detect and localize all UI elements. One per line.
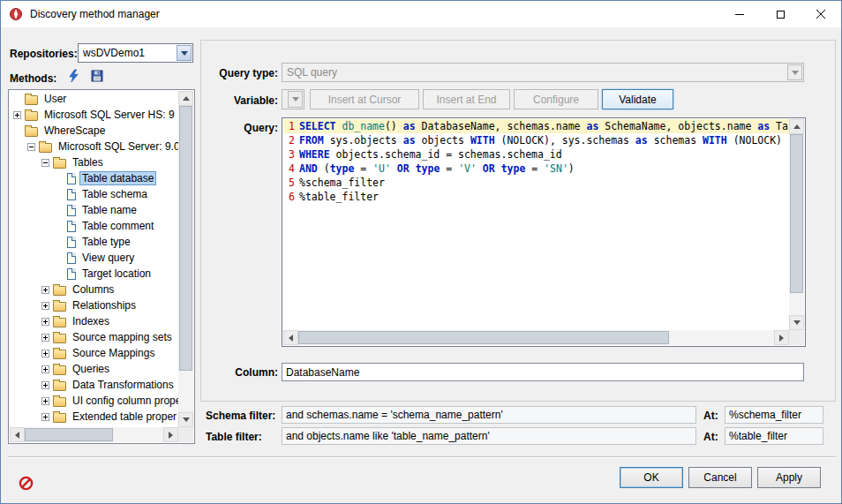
expand-icon[interactable]: [41, 397, 49, 405]
expand-icon[interactable]: [41, 286, 49, 294]
editor-hscroll-thumb[interactable]: [298, 331, 669, 344]
ok-button[interactable]: OK: [620, 467, 683, 488]
code-line-1[interactable]: 1SELECT db_name() as DatabaseName, schem…: [283, 119, 789, 133]
tree-item-columns[interactable]: Columns: [10, 282, 178, 297]
app-icon: [9, 7, 23, 21]
variable-combobox[interactable]: [282, 89, 304, 109]
schema-filter-field[interactable]: and schemas.name = 'schema_name_pattern': [282, 406, 696, 424]
configure-button[interactable]: Configure: [514, 89, 598, 109]
tree-item-table-database[interactable]: Table database: [10, 170, 178, 186]
tree-item-view-query[interactable]: View query: [10, 250, 178, 266]
tree-item-source-mappings[interactable]: Source Mappings: [10, 345, 178, 361]
expand-icon[interactable]: [41, 381, 49, 389]
tree-item-user[interactable]: User: [10, 91, 178, 107]
document-icon: [67, 173, 76, 184]
editor-vertical-scrollbar[interactable]: [789, 119, 804, 330]
repository-dropdown-arrow[interactable]: [177, 45, 192, 61]
tree-item-wherescape[interactable]: WhereScape: [10, 123, 178, 139]
code-line-3[interactable]: 3WHERE objects.schema_id = schemas.schem…: [283, 147, 789, 162]
expand-icon[interactable]: [41, 350, 49, 357]
tree-vscroll-thumb[interactable]: [179, 106, 192, 371]
folder-icon: [53, 365, 66, 375]
tree-item-ui-config-column-prope[interactable]: UI config column prope: [10, 393, 178, 409]
tree-item-tables[interactable]: Tables: [10, 154, 178, 170]
table-filter-field[interactable]: and objects.name like 'table_name_patter…: [282, 427, 696, 445]
tree-item-label: Microsoft SQL Server: 9.0 -: [56, 139, 178, 154]
tree-item-source-mapping-sets[interactable]: Source mapping sets: [10, 329, 178, 345]
collapse-icon[interactable]: [27, 143, 35, 151]
code-line-6[interactable]: 6%table_filter: [283, 190, 789, 204]
query-type-value: SQL query: [287, 64, 786, 81]
scroll-up-button[interactable]: [178, 91, 193, 106]
scroll-down-button[interactable]: [178, 412, 193, 427]
scroll-left-button[interactable]: [10, 427, 25, 442]
tree-item-relationships[interactable]: Relationships: [10, 297, 178, 313]
code-line-4[interactable]: 4AND (type = 'U' OR type = 'V' OR type =…: [283, 162, 789, 176]
expand-icon[interactable]: [41, 318, 49, 326]
expand-icon[interactable]: [13, 111, 21, 119]
query-code-lines[interactable]: 1SELECT db_name() as DatabaseName, schem…: [283, 119, 789, 330]
refresh-methods-button[interactable]: [64, 67, 82, 85]
window-title: Discovery method manager: [30, 8, 160, 20]
tree-item-table-type[interactable]: Table type: [10, 234, 178, 250]
tree-item-microsoft-sql-server-9-0[interactable]: Microsoft SQL Server: 9.0 -: [10, 139, 178, 154]
variable-dropdown-arrow[interactable]: [288, 91, 303, 108]
code-line-2[interactable]: 2FROM sys.objects as objects WITH (NOLOC…: [283, 133, 789, 147]
arrow-up-icon: [793, 124, 801, 129]
validate-button[interactable]: Validate: [602, 89, 673, 109]
tree-item-label: Data Transformations: [70, 378, 177, 392]
tree-item-label: WhereScape: [41, 124, 108, 138]
cancel-button[interactable]: Cancel: [688, 467, 752, 488]
query-type-combobox[interactable]: SQL query: [282, 63, 804, 82]
close-button[interactable]: [801, 1, 841, 27]
tree-item-table-name[interactable]: Table name: [10, 202, 178, 218]
caption-buttons: [719, 1, 841, 27]
expand-icon[interactable]: [41, 365, 49, 373]
tree-horizontal-scrollbar[interactable]: [10, 427, 178, 442]
tree-hscroll-thumb[interactable]: [25, 428, 113, 441]
tree-item-queries[interactable]: Queries: [10, 361, 178, 377]
scroll-down-button[interactable]: [789, 315, 804, 330]
line-number: 4: [283, 162, 295, 176]
insert-at-cursor-button[interactable]: Insert at Cursor: [310, 89, 419, 109]
apply-button[interactable]: Apply: [757, 467, 821, 488]
tree-item-extended-table-proper[interactable]: Extended table proper: [10, 409, 178, 425]
scroll-up-button[interactable]: [789, 119, 804, 134]
tree-item-microsoft-sql-server-hs-9[interactable]: Microsoft SQL Server HS: 9: [10, 107, 178, 123]
code-line-5[interactable]: 5%schema_filter: [283, 176, 789, 190]
lightning-icon: [67, 69, 80, 83]
methods-label: Methods:: [10, 72, 56, 85]
expand-icon[interactable]: [41, 334, 49, 342]
maximize-button[interactable]: [760, 1, 801, 27]
editor-horizontal-scrollbar[interactable]: [283, 330, 789, 345]
table-at-field[interactable]: %table_filter: [725, 427, 823, 445]
expand-icon[interactable]: [41, 302, 49, 310]
column-field[interactable]: DatabaseName: [282, 363, 804, 381]
tree-vertical-scrollbar[interactable]: [178, 91, 193, 427]
line-number: 6: [283, 190, 295, 204]
query-type-dropdown-arrow[interactable]: [787, 64, 802, 80]
insert-at-end-button[interactable]: Insert at End: [423, 89, 510, 109]
scroll-right-button[interactable]: [163, 427, 178, 442]
tree-item-table-comment[interactable]: Table comment: [10, 218, 178, 234]
tree-item-target-location[interactable]: Target location: [10, 266, 178, 282]
editor-vscroll-thumb[interactable]: [790, 134, 803, 293]
tree-item-table-schema[interactable]: Table schema: [10, 186, 178, 202]
folder-icon: [53, 413, 66, 423]
method-tree[interactable]: UserMicrosoft SQL Server HS: 9WhereScape…: [10, 91, 178, 427]
document-icon: [67, 205, 76, 216]
save-methods-button[interactable]: [88, 67, 106, 85]
scrollbar-corner: [178, 427, 193, 442]
repository-combobox[interactable]: wsDVDemo1: [78, 43, 193, 63]
tree-item-indexes[interactable]: Indexes: [10, 313, 178, 329]
collapse-icon[interactable]: [41, 159, 49, 167]
scroll-left-button[interactable]: [283, 330, 298, 345]
expand-icon[interactable]: [41, 413, 49, 421]
tree-item-label: Table schema: [79, 187, 150, 201]
tree-item-data-transformations[interactable]: Data Transformations: [10, 377, 178, 393]
repositories-label: Repositories:: [10, 48, 78, 60]
minimize-button[interactable]: [719, 1, 760, 27]
scroll-right-button[interactable]: [774, 330, 789, 345]
tree-item-label: Indexes: [70, 314, 112, 328]
schema-at-field[interactable]: %schema_filter: [725, 406, 823, 424]
